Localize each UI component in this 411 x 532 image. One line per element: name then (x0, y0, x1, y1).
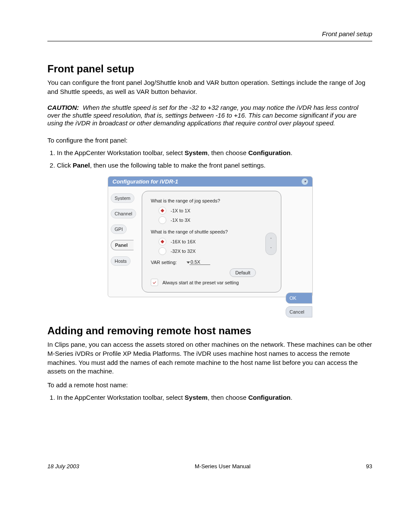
section-title-front-panel: Front panel setup (47, 63, 372, 75)
tab-gpi[interactable]: GPI (111, 224, 127, 234)
running-head: Front panel setup (47, 30, 372, 41)
steps-intro-1: To configure the front panel: (47, 137, 372, 144)
jog-speed-question: What is the range of jog speeds? (151, 198, 273, 203)
dialog-titlebar: Configuration for iVDR-1 ▾ (108, 177, 312, 187)
shuttle-opt-1-label: -16X to 16X (171, 239, 196, 244)
dialog-title: Configuration for iVDR-1 (112, 178, 178, 185)
sec2-step-1: In the AppCenter Workstation toolbar, se… (57, 393, 372, 403)
ok-button[interactable]: OK (286, 292, 312, 304)
section1-intro: You can configure the front panel Jog/Sh… (47, 78, 372, 96)
step-2: Click Panel, then use the following tabl… (57, 161, 372, 171)
section-title-remote-hosts: Adding and removing remote host names (47, 325, 372, 337)
var-value-field[interactable]: 0.5X (190, 259, 210, 265)
chevron-up-icon: ˄ (270, 237, 272, 241)
jog-opt-2-label: -1X to 3X (171, 218, 190, 223)
page-footer: 18 July 2003 M-Series User Manual 93 (47, 463, 372, 470)
radio-icon (159, 247, 166, 255)
tab-hosts[interactable]: Hosts (111, 256, 131, 266)
always-start-checkbox-row[interactable]: Always start at the preset var setting (151, 279, 273, 286)
jog-opt-2[interactable]: -1X to 3X (159, 216, 273, 224)
shuttle-opt-2-label: -32X to 32X (171, 249, 196, 254)
step-1: In the AppCenter Workstation toolbar, se… (57, 148, 372, 158)
var-label: VAR setting: (151, 260, 177, 265)
footer-page: 93 (366, 463, 372, 470)
default-button[interactable]: Default (230, 268, 256, 277)
footer-center: M-Series User Manual (195, 463, 250, 470)
shuttle-speed-question: What is the range of shuttle speeds? (151, 229, 273, 234)
always-start-label: Always start at the preset var setting (162, 280, 239, 285)
radio-icon (159, 238, 166, 246)
radio-icon (159, 207, 166, 215)
steps-intro-2: To add a remote host name: (47, 381, 372, 389)
dropdown-icon[interactable]: ▾ (302, 178, 308, 185)
checkbox-icon (151, 279, 158, 286)
jog-opt-1-label: -1X to 1X (171, 208, 190, 213)
steps-list-1: In the AppCenter Workstation toolbar, se… (57, 148, 372, 170)
footer-date: 18 July 2003 (47, 463, 79, 470)
tab-panel[interactable]: Panel (111, 240, 134, 250)
steps-list-2: In the AppCenter Workstation toolbar, se… (57, 393, 372, 403)
jog-opt-1[interactable]: -1X to 1X (159, 207, 273, 215)
shuttle-opt-1[interactable]: -16X to 16X (159, 238, 273, 246)
caution-block: CAUTION: When the shuttle speed is set f… (47, 104, 372, 127)
page-spinner[interactable]: ˄ ˅ (265, 233, 277, 255)
section2-intro: In Clips pane, you can access the assets… (47, 340, 372, 376)
tab-system[interactable]: System (111, 193, 134, 203)
radio-icon (159, 216, 166, 224)
shuttle-opt-2[interactable]: -32X to 32X (159, 247, 273, 255)
cancel-button[interactable]: Cancel (286, 306, 312, 317)
tab-channel[interactable]: Channel (111, 209, 136, 218)
configuration-dialog: Configuration for iVDR-1 ▾ System Channe… (108, 176, 313, 297)
dialog-tabs: System Channel GPI Panel Hosts (108, 187, 142, 297)
chevron-down-icon: ˅ (270, 247, 272, 251)
caution-body: When the shuttle speed is set for the -3… (47, 104, 358, 127)
panel-settings: What is the range of jog speeds? -1X to … (142, 191, 281, 292)
caution-label: CAUTION: (47, 104, 79, 111)
